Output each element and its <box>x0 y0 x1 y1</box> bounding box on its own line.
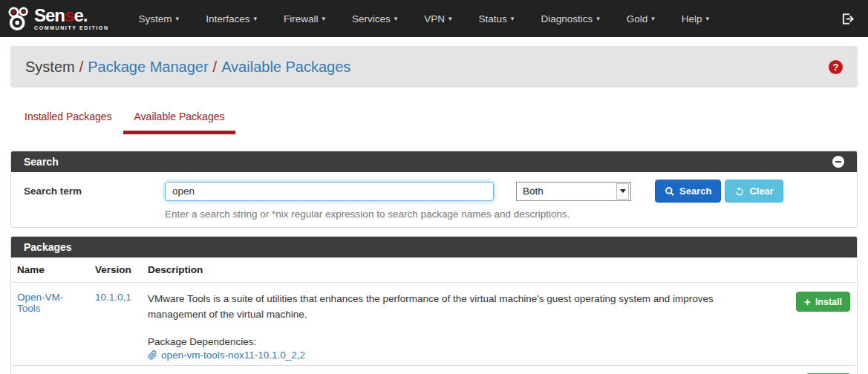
breadcrumb-link-package-manager[interactable]: Package Manager <box>88 59 208 75</box>
select-dropdown-arrow-icon <box>616 183 629 200</box>
breadcrumb-separator: / <box>209 59 222 75</box>
nav-item-system[interactable]: System▾ <box>125 0 193 37</box>
search-term-label: Search term <box>24 186 165 197</box>
package-name-link[interactable]: Open-VM-Tools <box>17 292 63 314</box>
pfsense-logo-icon <box>7 6 31 31</box>
main-menu: System▾ Interfaces▾ Firewall▾ Services▾ … <box>125 0 841 37</box>
packages-panel: Packages Name Version Description Open-V… <box>10 236 858 374</box>
paperclip-icon <box>148 350 157 360</box>
search-panel-title: Search <box>24 156 59 168</box>
caret-down-icon: ▾ <box>253 15 257 22</box>
package-dependencies-label: Package Dependencies: <box>148 336 784 347</box>
package-manager-tabs: Installed Packages Available Packages <box>13 104 858 134</box>
brand-name: Sense. <box>34 7 109 24</box>
nav-item-vpn[interactable]: VPN▾ <box>411 0 465 37</box>
nav-item-status[interactable]: Status▾ <box>466 0 528 37</box>
package-version-link[interactable]: 10.1.0,1 <box>95 292 131 303</box>
undo-icon <box>734 186 745 197</box>
breadcrumb-section: System <box>25 59 75 75</box>
packages-panel-header: Packages <box>11 237 857 257</box>
search-scope-selected-value: Both <box>517 186 616 197</box>
search-term-input[interactable] <box>165 182 494 201</box>
breadcrumb: System/Package Manager/Available Package… <box>25 59 350 76</box>
packages-table: Name Version Description Open-VM-Tools 1… <box>11 257 857 365</box>
column-header-version: Version <box>89 257 142 283</box>
next-table-row-partial <box>12 365 856 374</box>
breadcrumb-separator: / <box>75 59 88 75</box>
search-panel-header: Search <box>11 151 857 172</box>
caret-down-icon: ▾ <box>394 15 398 22</box>
search-panel-body: Search term Both Search Clear Enter a se… <box>11 172 857 227</box>
package-dependency-link[interactable]: open-vm-tools-nox11-10.1.0_2,2 <box>161 350 305 361</box>
packages-panel-title: Packages <box>24 241 72 253</box>
search-help-text: Enter a search string or *nix regular ex… <box>165 209 844 220</box>
plus-icon: + <box>804 296 811 307</box>
pfsense-logo[interactable]: Sense. COMMUNITY EDITION <box>7 6 109 31</box>
caret-down-icon: ▾ <box>322 15 325 22</box>
table-header-row: Name Version Description <box>11 257 857 283</box>
tab-installed-packages[interactable]: Installed Packages <box>13 104 123 134</box>
collapse-panel-icon[interactable] <box>832 156 844 168</box>
column-header-description: Description <box>142 257 790 283</box>
nav-item-help[interactable]: Help▾ <box>668 0 722 37</box>
nav-item-services[interactable]: Services▾ <box>339 0 411 37</box>
top-navbar: Sense. COMMUNITY EDITION System▾ Interfa… <box>0 0 868 37</box>
caret-down-icon: ▾ <box>448 15 452 22</box>
install-button[interactable]: + Install <box>796 292 850 312</box>
nav-item-diagnostics[interactable]: Diagnostics▾ <box>527 0 613 37</box>
nav-item-interfaces[interactable]: Interfaces▾ <box>192 0 270 37</box>
package-description: VMware Tools is a suite of utilities tha… <box>148 292 742 323</box>
breadcrumb-panel: System/Package Manager/Available Package… <box>10 46 858 88</box>
tab-available-packages[interactable]: Available Packages <box>123 104 236 134</box>
table-row: Open-VM-Tools 10.1.0,1 VMware Tools is a… <box>11 283 857 365</box>
help-icon[interactable]: ? <box>829 60 843 74</box>
nav-item-gold[interactable]: Gold▾ <box>613 0 668 37</box>
caret-down-icon: ▾ <box>176 15 180 22</box>
search-icon <box>665 186 675 197</box>
breadcrumb-link-available-packages[interactable]: Available Packages <box>221 59 350 75</box>
column-header-action <box>790 257 857 283</box>
caret-down-icon: ▾ <box>651 15 655 22</box>
search-panel: Search Search term Both Search Clear Ent… <box>10 151 858 228</box>
nav-item-firewall[interactable]: Firewall▾ <box>270 0 339 37</box>
brand-subtitle: COMMUNITY EDITION <box>34 25 109 30</box>
caret-down-icon: ▾ <box>706 15 710 22</box>
search-scope-select[interactable]: Both <box>516 182 631 201</box>
search-button[interactable]: Search <box>655 180 721 203</box>
caret-down-icon: ▾ <box>596 15 600 22</box>
logout-icon[interactable] <box>841 12 855 26</box>
clear-button[interactable]: Clear <box>725 180 783 203</box>
caret-down-icon: ▾ <box>511 15 515 22</box>
column-header-name: Name <box>11 257 89 283</box>
